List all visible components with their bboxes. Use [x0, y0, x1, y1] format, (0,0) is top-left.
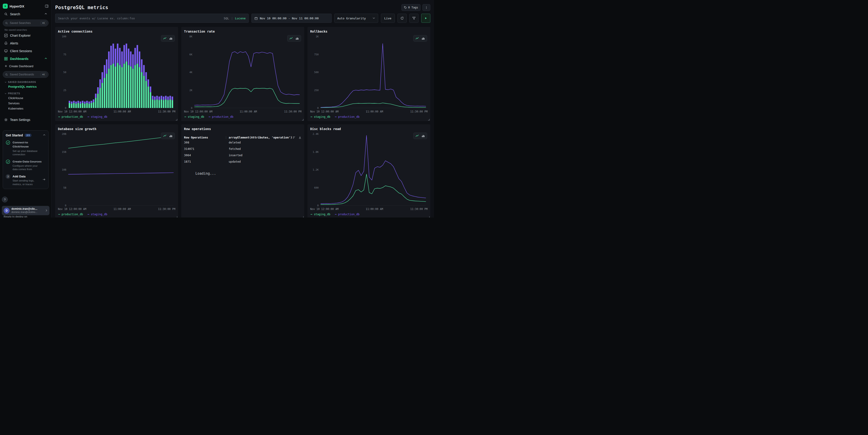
legend-item-production-db[interactable]: —production_db — [335, 213, 360, 216]
svg-text:2.4K: 2.4K — [312, 133, 319, 135]
legend-item-production-db[interactable]: —production_db — [335, 115, 360, 119]
sidebar-preset-clickhouse[interactable]: ClickHouse — [3, 95, 49, 101]
svg-text:50: 50 — [63, 71, 66, 74]
get-started-step-add-data[interactable]: 3 Add Data Start sending logs, metrics, … — [6, 174, 45, 186]
create-dashboard-label: Create Dashboard — [9, 64, 33, 68]
chart-legend: —production_db —staging_db — [58, 213, 175, 216]
resize-handle[interactable] — [302, 216, 304, 218]
legend-item-production-db[interactable]: —production_db — [209, 115, 234, 119]
get-started-title: Get Started — [6, 133, 23, 137]
search-icon — [4, 12, 8, 16]
saved-dashboards-input[interactable]: Saved Dashboards ⌘K — [3, 71, 49, 78]
user-menu[interactable]: D dominic.tran@clic... dominic.tran@clic… — [2, 206, 50, 215]
svg-text:750: 750 — [314, 53, 319, 56]
line-chart-icon[interactable] — [415, 134, 419, 138]
panel-disc-blocks-read: Disc blocks read 06001.2K1.8K2.4K Nov 10… — [308, 124, 430, 218]
sidebar: HyperDX Search Saved Searches ⌘K No save… — [0, 0, 52, 218]
line-chart-icon[interactable] — [415, 37, 419, 40]
loading-indicator: Loading... — [195, 171, 301, 176]
sidebar-item-chart-explorer[interactable]: Chart Explorer — [3, 32, 49, 39]
legend-item-staging-db[interactable]: —staging_db — [311, 213, 330, 216]
legend-label: staging_db — [91, 115, 107, 119]
legend-label: staging_db — [314, 213, 330, 216]
dashboard-menu-button[interactable] — [423, 4, 430, 11]
granularity-select[interactable]: Auto Granularity — [334, 14, 378, 23]
granularity-value: Auto Granularity — [337, 16, 366, 20]
sidebar-item-client-sessions[interactable]: Client Sessions — [3, 47, 49, 55]
resize-handle[interactable] — [428, 119, 430, 121]
download-icon[interactable] — [299, 136, 302, 139]
resize-handle[interactable] — [176, 216, 177, 218]
resize-handle[interactable] — [302, 119, 304, 121]
get-started-step-connect[interactable]: Connect to ClickHouse Set up your databa… — [6, 140, 45, 157]
step-title: Create Data Sources — [12, 160, 41, 163]
x-tick-label: Nov 10 12:00:00 AM — [58, 207, 86, 211]
sidebar-item-label: Alerts — [10, 41, 18, 45]
sort-icon[interactable] — [292, 136, 296, 139]
bar-chart-icon[interactable] — [169, 134, 173, 138]
row-value: 1871 — [184, 160, 228, 163]
svg-text:5B: 5B — [63, 186, 67, 189]
sql-language-toggle[interactable]: SQL — [224, 16, 229, 20]
resize-handle[interactable] — [428, 216, 430, 218]
line-chart-icon[interactable] — [163, 134, 167, 138]
transaction-rate-chart[interactable]: 02K4K6K8K — [184, 34, 301, 109]
svg-text:8K: 8K — [189, 35, 193, 38]
live-button[interactable]: Live — [381, 14, 395, 23]
run-query-button[interactable] — [421, 14, 430, 23]
sidebar-item-alerts[interactable]: Alerts — [3, 40, 49, 47]
refresh-button[interactable] — [398, 14, 407, 23]
sidebar-item-search[interactable]: Search — [3, 10, 49, 18]
panel-title: Active connections — [58, 30, 175, 33]
event-search-input[interactable]: Search your events w/ Lucene ex. column:… — [55, 14, 249, 23]
search-placeholder: Search your events w/ Lucene ex. column:… — [58, 16, 135, 20]
group-column-header[interactable]: arrayElement(Attributes, 'operation') — [228, 136, 292, 139]
gear-icon — [4, 118, 8, 122]
disc-blocks-read-chart[interactable]: 06001.2K1.8K2.4K — [310, 131, 428, 207]
step-number: 3 — [6, 174, 10, 179]
line-chart-icon[interactable] — [289, 37, 293, 40]
rollbacks-chart[interactable]: 02505007501K — [310, 34, 428, 109]
bar-chart-icon[interactable] — [169, 37, 173, 40]
x-axis-labels: Nov 10 12:00:00 AM 11:00:00 AM 11:30:00 … — [58, 207, 175, 211]
database-size-growth-chart[interactable]: 05B10B15B20B — [58, 131, 175, 207]
column-menu-icon[interactable]: ⋮ — [224, 136, 228, 139]
bar-chart-icon[interactable] — [422, 134, 425, 138]
chevron-up-icon[interactable] — [43, 133, 45, 137]
create-dashboard-button[interactable]: Create Dashboard — [3, 63, 49, 69]
sidebar-dashboard-postgresql-metrics[interactable]: PostgreSQL metrics — [3, 84, 49, 89]
saved-searches-input[interactable]: Saved Searches ⌘K — [3, 20, 49, 26]
sidebar-item-team-settings[interactable]: Team Settings — [3, 116, 49, 124]
bar-chart-icon[interactable] — [296, 37, 299, 40]
tags-button[interactable]: 0 Tags — [401, 4, 421, 11]
legend-item-staging-db[interactable]: —staging_db — [311, 115, 330, 119]
active-connections-chart[interactable]: 0255075100 — [58, 34, 175, 109]
legend-item-staging-db[interactable]: —staging_db — [88, 115, 107, 119]
date-range-input[interactable]: Nov 10 00:00:00 - Nov 11 00:00:00 — [251, 14, 332, 23]
chevron-up-icon[interactable] — [44, 57, 47, 61]
saved-dashboards-section[interactable]: SAVED DASHBOARDS — [5, 80, 49, 83]
legend-item-staging-db[interactable]: —staging_db — [88, 213, 107, 216]
lucene-language-toggle[interactable]: Lucene — [235, 16, 246, 20]
sidebar-preset-services[interactable]: Services — [3, 101, 49, 106]
filter-button[interactable] — [409, 14, 418, 23]
value-column-header[interactable]: Row Operations — [184, 136, 224, 139]
help-button[interactable]: ? — [2, 197, 8, 202]
get-started-step-datasources[interactable]: Create Data Sources Configure where your… — [6, 160, 45, 171]
presets-section[interactable]: PRESETS — [5, 92, 49, 95]
chevron-up-icon[interactable] — [44, 12, 47, 16]
sidebar-collapse-icon[interactable] — [45, 4, 49, 8]
line-chart-icon[interactable] — [163, 37, 167, 40]
legend-item-production-db[interactable]: —production_db — [58, 213, 83, 216]
bar-chart-icon[interactable] — [422, 37, 425, 40]
row-operation: fetched — [228, 147, 241, 150]
saved-searches-placeholder: Saved Searches — [10, 22, 31, 25]
chart-type-toggles — [287, 35, 301, 42]
resize-handle[interactable] — [176, 119, 177, 121]
x-axis-labels: Nov 10 12:00:00 AM 11:00:00 AM 11:30:00 … — [58, 110, 175, 113]
sidebar-preset-kubernetes[interactable]: Kubernetes — [3, 106, 49, 111]
chart-type-toggles — [413, 133, 427, 139]
legend-item-production-db[interactable]: —production_db — [58, 115, 83, 119]
sidebar-item-dashboards[interactable]: Dashboards — [3, 55, 49, 62]
legend-item-staging-db[interactable]: —staging_db — [184, 115, 204, 119]
